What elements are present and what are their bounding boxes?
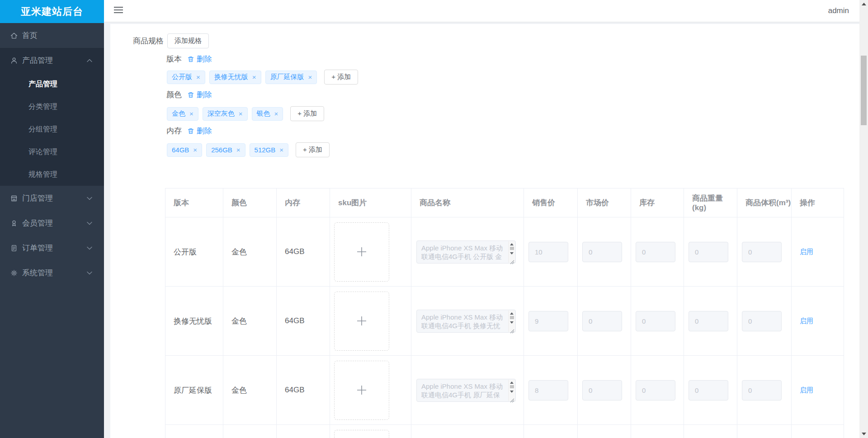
spec-tag: 换修无忧版× bbox=[209, 71, 261, 84]
resize-grip-icon[interactable] bbox=[510, 396, 514, 400]
scroll-up-icon[interactable] bbox=[510, 381, 514, 384]
enable-link[interactable]: 启用 bbox=[800, 386, 813, 395]
tag-close-icon[interactable]: × bbox=[193, 146, 197, 153]
sku-image-upload[interactable] bbox=[334, 222, 389, 282]
topbar: admin bbox=[104, 0, 859, 22]
col-header-product-name: 商品名称 bbox=[411, 188, 524, 217]
weight-input[interactable]: 0 bbox=[689, 380, 728, 400]
sidebar-item-system-management[interactable]: 系统管理 bbox=[0, 260, 104, 285]
spec-group-name: 版本 bbox=[166, 54, 182, 64]
col-header-volume: 商品体积(m³) bbox=[737, 188, 792, 217]
spec-tag: 原厂延保版× bbox=[265, 71, 317, 84]
enable-link[interactable]: 启用 bbox=[800, 317, 813, 325]
weight-input[interactable]: 0 bbox=[689, 311, 728, 331]
trash-icon bbox=[187, 127, 194, 135]
product-name-textarea[interactable]: Apple iPhone XS Max 移动 联通电信4G手机 原厂延保 bbox=[416, 379, 516, 402]
delete-group-link[interactable]: 删除 bbox=[187, 54, 212, 64]
content-card: 商品规格 添加规格 版本 删除 公开版× 换修无忧版× 原厂延保版× + 添加 … bbox=[110, 24, 859, 438]
add-tag-button[interactable]: + 添加 bbox=[324, 70, 358, 85]
cell-color bbox=[223, 425, 277, 438]
app-logo: 亚米建站后台 bbox=[0, 0, 104, 23]
scrollbar-thumb[interactable] bbox=[861, 56, 867, 125]
enable-link[interactable]: 启用 bbox=[800, 248, 813, 256]
add-spec-button[interactable]: 添加规格 bbox=[167, 33, 209, 48]
tag-close-icon[interactable]: × bbox=[279, 146, 283, 153]
scroll-up-icon[interactable] bbox=[510, 312, 514, 315]
tag-close-icon[interactable]: × bbox=[274, 110, 278, 117]
delete-group-link[interactable]: 删除 bbox=[187, 89, 212, 100]
sidebar-subitem-product-management[interactable]: 产品管理 bbox=[0, 73, 104, 95]
sale-price-input[interactable]: 8 bbox=[528, 380, 568, 400]
volume-input[interactable]: 0 bbox=[742, 380, 782, 400]
sidebar-item-label: 会员管理 bbox=[22, 218, 53, 228]
chevron-up-icon bbox=[87, 59, 92, 62]
volume-input[interactable]: 0 bbox=[742, 242, 782, 262]
sidebar-subitem-grouping-management[interactable]: 分组管理 bbox=[0, 118, 104, 141]
sku-image-upload[interactable] bbox=[334, 361, 389, 420]
sku-image-upload[interactable] bbox=[334, 292, 389, 351]
table-row-partial bbox=[165, 425, 844, 438]
stock-input[interactable]: 0 bbox=[636, 380, 675, 400]
spec-header: 商品规格 添加规格 bbox=[133, 33, 209, 48]
sidebar-item-label: 首页 bbox=[22, 30, 38, 41]
sidebar-subitem-spec-management[interactable]: 规格管理 bbox=[0, 163, 104, 186]
tag-close-icon[interactable]: × bbox=[252, 74, 256, 80]
member-icon bbox=[10, 219, 18, 227]
sale-price-input[interactable]: 10 bbox=[528, 242, 568, 262]
spec-group-color-header: 颜色 删除 bbox=[166, 89, 212, 100]
tag-close-icon[interactable]: × bbox=[196, 74, 200, 80]
sku-table: 版本 颜色 内存 sku图片 商品名称 销售价 市场价 库存 商品重量(kg) … bbox=[165, 188, 844, 438]
sidebar-item-member-management[interactable]: 会员管理 bbox=[0, 211, 104, 235]
product-name-textarea[interactable]: Apple iPhone XS Max 移动 联通电信4G手机 换修无忧 bbox=[416, 310, 516, 333]
stock-input[interactable]: 0 bbox=[636, 242, 675, 262]
cell-version: 原厂延保版 bbox=[165, 356, 223, 425]
volume-input[interactable]: 0 bbox=[742, 311, 782, 331]
sidebar-subitem-comment-management[interactable]: 评论管理 bbox=[0, 141, 104, 163]
add-tag-button[interactable]: + 添加 bbox=[296, 142, 330, 157]
cell-version: 换修无忧版 bbox=[165, 287, 223, 356]
add-tag-button[interactable]: + 添加 bbox=[290, 106, 324, 121]
page-scrollbar[interactable] bbox=[859, 0, 868, 438]
resize-grip-icon[interactable] bbox=[510, 258, 514, 262]
product-name-textarea[interactable]: Apple iPhone XS Max 移动 联通电信4G手机 公开版 金 bbox=[416, 240, 516, 264]
hamburger-icon[interactable] bbox=[114, 7, 123, 15]
tag-close-icon[interactable]: × bbox=[239, 110, 243, 117]
delete-label: 删除 bbox=[197, 54, 212, 64]
market-price-input[interactable]: 0 bbox=[582, 380, 622, 400]
order-icon bbox=[10, 244, 18, 252]
stock-input[interactable]: 0 bbox=[636, 311, 675, 331]
home-icon bbox=[10, 32, 18, 40]
chevron-down-icon bbox=[87, 221, 92, 225]
sidebar: 亚米建站后台 首页 产品管理 产品管理 分类管理 分组管理 评论管理 规格管理 … bbox=[0, 0, 104, 438]
cell-memory bbox=[277, 425, 330, 438]
sidebar-item-home[interactable]: 首页 bbox=[0, 23, 104, 48]
scroll-down-icon[interactable] bbox=[510, 391, 514, 393]
resize-grip-icon[interactable] bbox=[510, 327, 514, 331]
sidebar-item-store-management[interactable]: 门店管理 bbox=[0, 186, 104, 211]
market-price-input[interactable]: 0 bbox=[582, 311, 622, 331]
scrollbar-down-icon[interactable] bbox=[862, 433, 866, 435]
weight-input[interactable]: 0 bbox=[689, 242, 728, 262]
sidebar-item-label: 订单管理 bbox=[22, 243, 53, 253]
market-price-input[interactable]: 0 bbox=[582, 242, 622, 262]
sidebar-subitem-category-management[interactable]: 分类管理 bbox=[0, 95, 104, 118]
delete-label: 删除 bbox=[197, 89, 212, 100]
scroll-down-icon[interactable] bbox=[510, 321, 514, 324]
scroll-down-icon[interactable] bbox=[510, 252, 514, 254]
sidebar-item-product-management[interactable]: 产品管理 bbox=[0, 48, 104, 73]
delete-label: 删除 bbox=[197, 126, 212, 136]
tag-close-icon[interactable]: × bbox=[189, 110, 193, 117]
cell-color: 金色 bbox=[223, 217, 277, 287]
scrollbar-up-icon[interactable] bbox=[862, 3, 866, 5]
scroll-up-icon[interactable] bbox=[510, 243, 514, 245]
cell-memory: 64GB bbox=[277, 217, 330, 287]
sale-price-input[interactable]: 9 bbox=[528, 311, 568, 331]
col-header-weight: 商品重量(kg) bbox=[684, 188, 737, 217]
user-menu[interactable]: admin bbox=[828, 0, 849, 22]
plus-icon bbox=[355, 315, 368, 327]
sku-image-upload[interactable] bbox=[334, 430, 389, 438]
delete-group-link[interactable]: 删除 bbox=[187, 126, 212, 136]
sidebar-item-order-management[interactable]: 订单管理 bbox=[0, 235, 104, 260]
tag-close-icon[interactable]: × bbox=[308, 74, 312, 80]
tag-close-icon[interactable]: × bbox=[236, 146, 241, 153]
